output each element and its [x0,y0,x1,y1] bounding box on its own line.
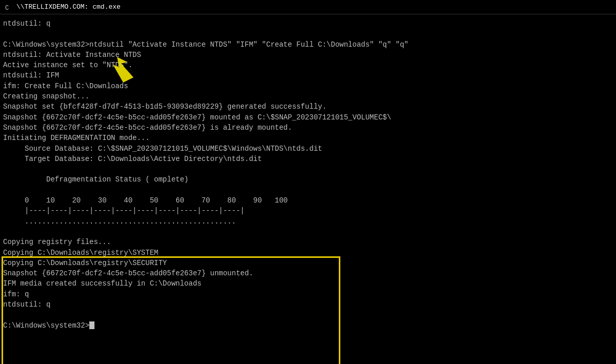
terminal-prompt-line: C:\Windows\system32> [3,320,613,331]
title-text: \\TRELLIXDEMO.COM: cmd.exe [16,3,121,11]
terminal-line: Snapshot {6672c70f-dcf2-4c5e-b5cc-add05f… [3,268,613,278]
terminal-line: 0 10 20 30 40 50 60 70 80 90 100 [3,195,613,206]
terminal-line: Copying registry files... [3,237,613,247]
terminal-line: |----|----|----|----|----|----|----|----… [3,206,613,216]
terminal-line: Snapshot {6672c70f-dcf2-4c5e-b5cc-add05f… [3,112,613,123]
terminal-line: C:\Windows\system32>ntdsutil "Activate I… [3,39,613,50]
terminal-line: ........................................… [3,216,613,227]
terminal-line: ntdsutil: q [3,299,613,310]
svg-text:C: C [5,5,9,11]
cmd-icon: C [4,3,12,11]
terminal-line: Source Database: C:\$SNAP_202307121015_V… [3,144,613,154]
terminal-line [3,164,613,174]
terminal-line: Creating snapshot... [3,91,613,102]
terminal-line [3,227,613,237]
terminal-line: ntdsutil: q [3,18,613,29]
terminal-line: Snapshot set {bfcf428f-d7df-4513-b1d5-93… [3,102,613,112]
title-bar: C \\TRELLIXDEMO.COM: cmd.exe [0,0,616,14]
terminal-line: Initiating DEFRAGMENTATION mode... [3,133,613,143]
terminal-line: Defragmentation Status ( omplete) [3,174,613,185]
cursor [89,321,94,329]
terminal-line: ntdsutil: Activate Instance NTDS [3,50,613,60]
terminal-body: ntdsutil: q C:\Windows\system32>ntdsutil… [0,14,616,364]
terminal-line: Snapshot {6672c70f-dcf2-4c5e-b5cc-add05f… [3,123,613,133]
terminal-line [3,29,613,39]
terminal-line: ntdsutil: IFM [3,70,613,80]
terminal-line [3,310,613,320]
terminal-line: Active instance set to "NTDS". [3,60,613,70]
terminal-line [3,185,613,195]
terminal-line: IFM media created successfully in C:\Dow… [3,278,613,289]
terminal-line: ifm: Create Full C:\Downloads [3,81,613,91]
terminal-line: Target Database: C:\Downloads\Active Dir… [3,154,613,164]
terminal-line: Copying C:\Downloads\registry\SYSTEM [3,248,613,258]
terminal-line: ifm: q [3,289,613,299]
terminal-line: Copying C:\Downloads\registry\SECURITY [3,258,613,268]
